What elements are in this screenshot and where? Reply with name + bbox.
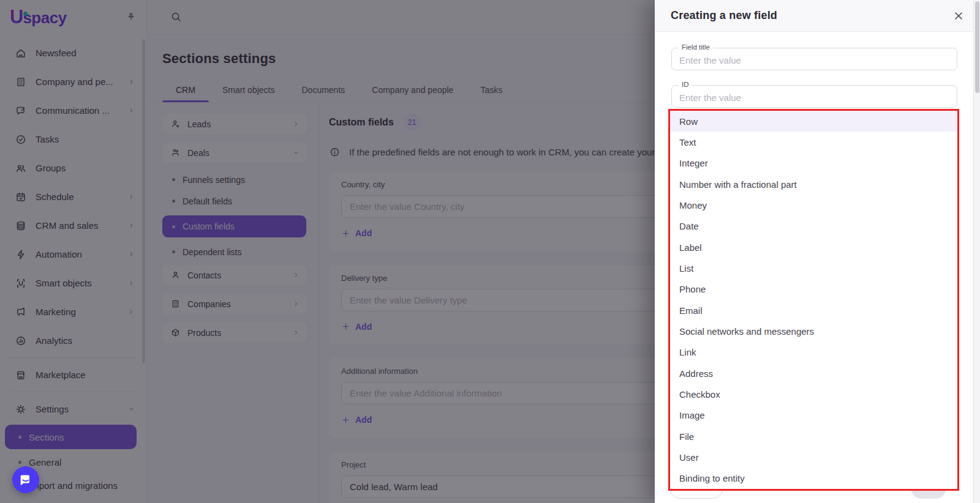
field-id-label: ID xyxy=(679,81,692,88)
close-icon[interactable] xyxy=(952,9,965,23)
field-type-option-binding-to-entity[interactable]: Binding to entity xyxy=(670,468,957,489)
app-root: U spacy NewsfeedCompany and pe...Communi… xyxy=(0,0,980,503)
field-type-option-label[interactable]: Label xyxy=(670,237,957,258)
field-title-input[interactable] xyxy=(672,48,957,70)
field-type-dropdown: RowTextIntegerNumber with a fractional p… xyxy=(668,109,959,491)
field-type-option-address[interactable]: Address xyxy=(670,363,957,384)
field-id-input-wrap: ID xyxy=(671,85,957,108)
field-type-option-image[interactable]: Image xyxy=(670,405,957,426)
field-type-option-row[interactable]: Row xyxy=(670,111,957,132)
field-type-option-list[interactable]: List xyxy=(670,258,957,278)
field-type-option-checkbox[interactable]: Checkbox xyxy=(670,384,957,404)
field-type-option-phone[interactable]: Phone xyxy=(670,279,957,300)
create-field-panel: Creating a new field Field title ID RowT… xyxy=(655,0,980,503)
field-type-option-date[interactable]: Date xyxy=(670,216,957,237)
field-type-option-number-with-a-fractional-part[interactable]: Number with a fractional part xyxy=(670,174,957,195)
field-type-option-file[interactable]: File xyxy=(670,426,957,447)
chat-launcher-icon xyxy=(18,472,33,487)
panel-scrollbar-thumb[interactable] xyxy=(975,1,979,93)
panel-scrollbar[interactable] xyxy=(973,0,980,503)
field-type-option-integer[interactable]: Integer xyxy=(670,153,957,174)
field-id-input[interactable] xyxy=(672,86,957,107)
panel-header: Creating a new field xyxy=(655,0,980,32)
field-type-option-money[interactable]: Money xyxy=(670,195,957,215)
panel-title: Creating a new field xyxy=(671,9,777,22)
field-type-option-text[interactable]: Text xyxy=(670,132,957,152)
field-type-option-social-networks-and-messengers[interactable]: Social networks and messengers xyxy=(670,321,957,341)
field-type-option-user[interactable]: User xyxy=(670,447,957,468)
field-title-input-wrap: Field title xyxy=(671,48,957,70)
chat-launcher-button[interactable] xyxy=(12,466,39,493)
field-type-option-email[interactable]: Email xyxy=(670,300,957,321)
field-type-option-link[interactable]: Link xyxy=(670,342,957,363)
field-title-label: Field title xyxy=(679,43,713,51)
